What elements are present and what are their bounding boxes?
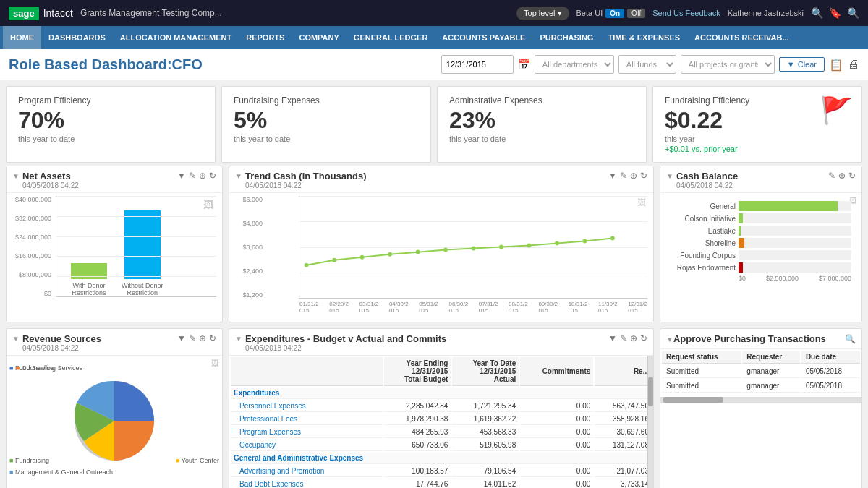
net-assets-collapse[interactable]: ▼ xyxy=(12,172,20,180)
net-assets-edit-icon[interactable]: ✎ xyxy=(189,171,196,181)
beta-off-button[interactable]: Off xyxy=(627,9,645,18)
trend-zoom-icon[interactable]: ⊕ xyxy=(630,171,637,181)
projects-filter[interactable]: All projects or grants xyxy=(681,55,775,74)
nav-purchasing[interactable]: PURCHASING xyxy=(532,26,600,49)
nav-reports[interactable]: REPORTS xyxy=(239,26,292,49)
net-assets-filter-icon[interactable]: ▼ xyxy=(177,171,186,181)
exp-row-bad-debt: Bad Debt Expenses xyxy=(231,479,383,488)
revenue-filter-icon[interactable]: ▼ xyxy=(177,333,186,343)
trend-cash-widget: ▼ Trend Cash (in Thousands) 04/05/2018 0… xyxy=(229,166,654,322)
revenue-refresh-icon[interactable]: ↻ xyxy=(209,333,216,343)
cb-x-axis: $0 $2,500,000 $7,000,000 xyxy=(671,275,851,282)
nav-dashboards[interactable]: DASHBOARDS xyxy=(41,26,113,49)
cb-bar-general-container xyxy=(739,201,851,211)
cash-edit-icon[interactable]: ✎ xyxy=(828,171,835,181)
x-7: 07/31/2015 xyxy=(479,301,498,314)
cb-row-rojas: Rojas Endowment xyxy=(671,262,851,273)
bookmark-icon[interactable]: 🔖 xyxy=(829,7,841,19)
table-row: Occupancy 650,733.06 519,605.98 0.00 131… xyxy=(231,440,652,451)
nav-home[interactable]: HOME xyxy=(3,26,41,49)
cash-zoom-icon[interactable]: ⊕ xyxy=(838,171,846,181)
revenue-zoom-icon[interactable]: ⊕ xyxy=(199,333,206,343)
net-assets-zoom-icon[interactable]: ⊕ xyxy=(199,171,206,181)
nav-company[interactable]: COMPANY xyxy=(292,26,346,49)
exp-ga-label: General and Administrative Expenses xyxy=(231,453,652,464)
top-level-button[interactable]: Top level ▾ xyxy=(516,7,569,20)
exp-edit-icon[interactable]: ✎ xyxy=(620,333,627,343)
table-row: General and Administrative Expenses xyxy=(231,453,652,464)
funds-filter[interactable]: All funds xyxy=(618,55,676,74)
settings-icon[interactable]: 🔍 xyxy=(847,7,859,19)
export-icon[interactable]: 📋 xyxy=(829,58,843,72)
beta-on-button[interactable]: On xyxy=(605,9,624,18)
approve-scrollbar[interactable] xyxy=(660,397,861,403)
exp-filter-icon[interactable]: ▼ xyxy=(608,333,617,343)
trend-y-3: $3,600 xyxy=(242,244,263,251)
revenue-edit-icon[interactable]: ✎ xyxy=(189,333,196,343)
net-assets-title: Net Assets xyxy=(22,171,174,181)
pie-legend: ■ Food Service ■ Counselling Services xyxy=(9,363,54,373)
legend-counselling: ■ Counselling Services xyxy=(16,363,82,373)
approve-requester-2: gmanager xyxy=(742,380,800,393)
svg-point-8 xyxy=(527,244,532,248)
trend-edit-icon[interactable]: ✎ xyxy=(620,171,627,181)
expenditures-table: Year Ending12/31/2015Total Budget Year T… xyxy=(229,356,653,488)
nav-allocation[interactable]: ALLOCATION MANAGEMENT xyxy=(113,26,239,49)
cash-balance-chart: General Colson Initiative Eastlake xyxy=(665,196,857,285)
approve-due-1: 05/05/2018 xyxy=(801,365,860,378)
y-label-5: $32,000,000 xyxy=(15,215,51,222)
exp-date: 04/05/2018 04:22 xyxy=(245,344,605,352)
bottom-dashboard-row: ▼ Revenue Sources 04/05/2018 04:22 ▼ ✎ ⊕… xyxy=(0,328,868,488)
exp-scrollbar-thumb[interactable] xyxy=(648,377,653,406)
legend-fundraising: ■ Fundraising xyxy=(9,457,49,464)
trend-collapse[interactable]: ▼ xyxy=(235,172,242,180)
clear-filter-button[interactable]: ▼ Clear xyxy=(779,57,825,72)
approve-header: ▼ Approve Purchasing Transactions 🔍 xyxy=(660,329,861,349)
exp-zoom-icon[interactable]: ⊕ xyxy=(630,333,637,343)
date-filter[interactable] xyxy=(441,55,514,74)
revenue-sources-widget: ▼ Revenue Sources 04/05/2018 04:22 ▼ ✎ ⊕… xyxy=(6,328,223,488)
y-label-1: $0 xyxy=(44,290,51,297)
svg-point-3 xyxy=(388,252,392,257)
trend-title: Trend Cash (in Thousands) xyxy=(245,171,605,181)
net-assets-widget: ▼ Net Assets 04/05/2018 04:22 ▼ ✎ ⊕ ↻ $4… xyxy=(6,166,223,322)
cash-refresh-icon[interactable]: ↻ xyxy=(848,171,856,181)
svg-point-9 xyxy=(555,241,559,246)
table-row: Bad Debt Expenses 17,744.76 14,011.62 0.… xyxy=(231,479,652,488)
net-assets-refresh-icon[interactable]: ↻ xyxy=(209,171,216,181)
dept-filter[interactable]: All departments xyxy=(535,55,614,74)
exp-collapse[interactable]: ▼ xyxy=(235,335,242,343)
nav-ap[interactable]: ACCOUNTS PAYABLE xyxy=(435,26,532,49)
approve-collapse[interactable]: ▼ xyxy=(666,335,673,343)
trend-filter-icon[interactable]: ▼ xyxy=(608,171,617,181)
nav-gl[interactable]: GENERAL LEDGER xyxy=(346,26,435,49)
exp-row-professional: Professional Fees xyxy=(231,414,383,425)
exp-col-budget: Year Ending12/31/2015Total Budget xyxy=(384,357,451,386)
print-icon[interactable]: 🖨 xyxy=(848,58,859,71)
cb-row-colson: Colson Initiative xyxy=(671,213,851,223)
cb-bar-eastlake xyxy=(739,226,741,236)
feedback-link[interactable]: Send Us Feedback xyxy=(652,9,720,17)
revenue-collapse[interactable]: ▼ xyxy=(12,335,20,343)
calendar-icon[interactable]: 📅 xyxy=(518,59,530,70)
approve-scrollbar-thumb[interactable] xyxy=(663,397,723,403)
approve-search-icon[interactable]: 🔍 xyxy=(845,334,856,344)
svg-point-2 xyxy=(360,255,365,260)
bar-without-donor-bar xyxy=(124,210,161,279)
nav-ar[interactable]: ACCOUNTS RECEIVAB... xyxy=(687,26,796,49)
trend-refresh-icon[interactable]: ↻ xyxy=(640,171,647,181)
cb-label-general: General xyxy=(671,202,736,210)
exp-refresh-icon[interactable]: ↻ xyxy=(640,333,647,343)
top-icons: 🔍 🔖 🔍 xyxy=(811,7,859,19)
cb-label-colson: Colson Initiative xyxy=(671,215,736,223)
nav-time[interactable]: TIME & EXPENSES xyxy=(600,26,687,49)
exp-scrollbar[interactable] xyxy=(647,356,653,488)
revenue-pie-chart xyxy=(64,370,165,471)
y-label-6: $40,000,000 xyxy=(15,196,51,203)
cash-collapse[interactable]: ▼ xyxy=(666,172,673,180)
table-row: Professional Fees 1,978,290.38 1,619,362… xyxy=(231,414,652,425)
x-1: 01/31/2015 xyxy=(299,301,319,314)
table-row: Submitted gmanager 05/05/2018 xyxy=(662,380,860,393)
metric-sub-1: this year to date xyxy=(18,134,203,143)
search-icon[interactable]: 🔍 xyxy=(811,7,823,19)
